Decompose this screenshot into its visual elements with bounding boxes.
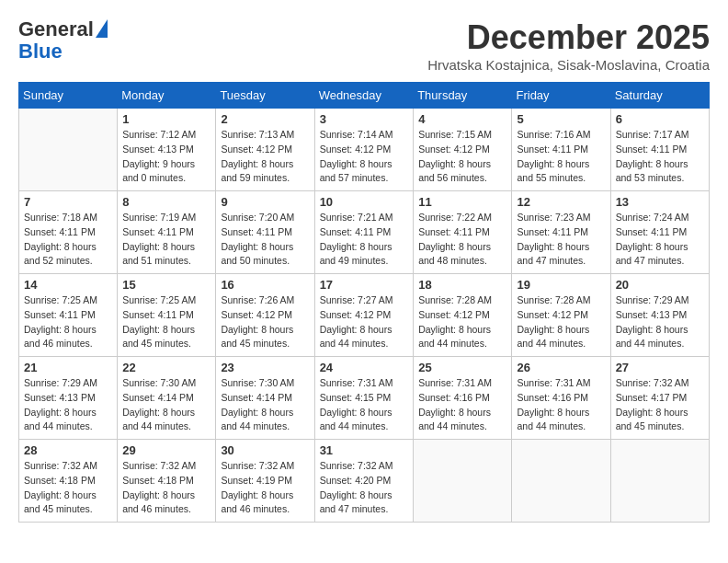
calendar-cell: 4Sunrise: 7:15 AMSunset: 4:12 PMDaylight… — [414, 109, 512, 191]
day-number: 5 — [517, 112, 605, 126]
day-info: Sunrise: 7:16 AMSunset: 4:11 PMDaylight:… — [517, 128, 605, 186]
day-info: Sunrise: 7:23 AMSunset: 4:11 PMDaylight:… — [517, 211, 605, 269]
day-info: Sunrise: 7:29 AMSunset: 4:13 PMDaylight:… — [24, 376, 112, 434]
day-info: Sunrise: 7:19 AMSunset: 4:11 PMDaylight:… — [122, 211, 210, 269]
day-info: Sunrise: 7:13 AMSunset: 4:12 PMDaylight:… — [221, 128, 309, 186]
day-info: Sunrise: 7:17 AMSunset: 4:11 PMDaylight:… — [616, 128, 704, 186]
calendar-week-3: 14Sunrise: 7:25 AMSunset: 4:11 PMDayligh… — [19, 274, 710, 357]
day-number: 2 — [221, 112, 309, 126]
calendar-cell: 19Sunrise: 7:28 AMSunset: 4:12 PMDayligh… — [512, 274, 610, 357]
column-header-tuesday: Tuesday — [216, 83, 314, 109]
day-info: Sunrise: 7:32 AMSunset: 4:18 PMDaylight:… — [122, 459, 210, 517]
day-number: 9 — [221, 195, 309, 209]
calendar-cell: 7Sunrise: 7:18 AMSunset: 4:11 PMDaylight… — [19, 191, 118, 274]
day-number: 20 — [616, 278, 704, 292]
day-info: Sunrise: 7:25 AMSunset: 4:11 PMDaylight:… — [122, 293, 210, 351]
day-info: Sunrise: 7:25 AMSunset: 4:11 PMDaylight:… — [24, 293, 112, 351]
title-area: December 2025 Hrvatska Kostajnica, Sisak… — [427, 18, 710, 73]
calendar-cell: 2Sunrise: 7:13 AMSunset: 4:12 PMDaylight… — [216, 109, 314, 191]
calendar-cell: 25Sunrise: 7:31 AMSunset: 4:16 PMDayligh… — [414, 357, 512, 440]
day-number: 27 — [616, 361, 704, 374]
day-number: 17 — [320, 278, 409, 292]
day-info: Sunrise: 7:15 AMSunset: 4:12 PMDaylight:… — [418, 128, 506, 186]
day-number: 13 — [616, 195, 704, 209]
column-header-thursday: Thursday — [414, 83, 512, 109]
calendar-cell: 28Sunrise: 7:32 AMSunset: 4:18 PMDayligh… — [19, 440, 118, 523]
day-info: Sunrise: 7:31 AMSunset: 4:16 PMDaylight:… — [517, 376, 605, 434]
month-title: December 2025 — [427, 18, 710, 57]
day-info: Sunrise: 7:12 AMSunset: 4:13 PMDaylight:… — [122, 128, 210, 186]
day-info: Sunrise: 7:31 AMSunset: 4:16 PMDaylight:… — [418, 376, 506, 434]
day-number: 10 — [320, 195, 409, 209]
calendar-week-4: 21Sunrise: 7:29 AMSunset: 4:13 PMDayligh… — [19, 357, 710, 440]
header: General Blue December 2025 Hrvatska Kost… — [18, 18, 710, 73]
calendar-cell: 21Sunrise: 7:29 AMSunset: 4:13 PMDayligh… — [19, 357, 118, 440]
calendar-cell: 14Sunrise: 7:25 AMSunset: 4:11 PMDayligh… — [19, 274, 118, 357]
calendar-cell: 1Sunrise: 7:12 AMSunset: 4:13 PMDaylight… — [118, 109, 216, 191]
calendar-cell: 17Sunrise: 7:27 AMSunset: 4:12 PMDayligh… — [314, 274, 414, 357]
day-info: Sunrise: 7:32 AMSunset: 4:17 PMDaylight:… — [616, 376, 704, 434]
day-number: 4 — [418, 112, 506, 126]
calendar-cell: 27Sunrise: 7:32 AMSunset: 4:17 PMDayligh… — [610, 357, 709, 440]
day-number: 14 — [24, 278, 112, 292]
calendar-cell: 22Sunrise: 7:30 AMSunset: 4:14 PMDayligh… — [118, 357, 216, 440]
day-number: 16 — [221, 278, 309, 292]
calendar-cell: 18Sunrise: 7:28 AMSunset: 4:12 PMDayligh… — [414, 274, 512, 357]
calendar-cell: 23Sunrise: 7:30 AMSunset: 4:14 PMDayligh… — [216, 357, 314, 440]
day-info: Sunrise: 7:32 AMSunset: 4:19 PMDaylight:… — [221, 459, 309, 517]
calendar-cell: 12Sunrise: 7:23 AMSunset: 4:11 PMDayligh… — [512, 191, 610, 274]
calendar-cell: 5Sunrise: 7:16 AMSunset: 4:11 PMDaylight… — [512, 109, 610, 191]
calendar-week-1: 1Sunrise: 7:12 AMSunset: 4:13 PMDaylight… — [19, 109, 710, 191]
day-info: Sunrise: 7:32 AMSunset: 4:18 PMDaylight:… — [24, 459, 112, 517]
calendar-cell: 3Sunrise: 7:14 AMSunset: 4:12 PMDaylight… — [314, 109, 414, 191]
day-info: Sunrise: 7:18 AMSunset: 4:11 PMDaylight:… — [24, 211, 112, 269]
calendar-cell: 30Sunrise: 7:32 AMSunset: 4:19 PMDayligh… — [216, 440, 314, 523]
day-number: 21 — [24, 361, 112, 374]
calendar-cell: 29Sunrise: 7:32 AMSunset: 4:18 PMDayligh… — [118, 440, 216, 523]
column-header-friday: Friday — [512, 83, 610, 109]
location-subtitle: Hrvatska Kostajnica, Sisak-Moslavina, Cr… — [427, 57, 710, 73]
day-number: 11 — [418, 195, 506, 209]
column-header-monday: Monday — [118, 83, 216, 109]
logo-blue: Blue — [18, 40, 63, 63]
day-info: Sunrise: 7:27 AMSunset: 4:12 PMDaylight:… — [320, 293, 409, 351]
calendar-cell: 24Sunrise: 7:31 AMSunset: 4:15 PMDayligh… — [314, 357, 414, 440]
calendar-cell: 11Sunrise: 7:22 AMSunset: 4:11 PMDayligh… — [414, 191, 512, 274]
day-number: 22 — [122, 361, 210, 374]
calendar-cell: 31Sunrise: 7:32 AMSunset: 4:20 PMDayligh… — [314, 440, 414, 523]
calendar-cell — [19, 109, 118, 191]
calendar-week-5: 28Sunrise: 7:32 AMSunset: 4:18 PMDayligh… — [19, 440, 710, 523]
column-header-sunday: Sunday — [19, 83, 118, 109]
calendar-cell: 13Sunrise: 7:24 AMSunset: 4:11 PMDayligh… — [610, 191, 709, 274]
calendar-header-row: SundayMondayTuesdayWednesdayThursdayFrid… — [19, 83, 710, 109]
day-number: 18 — [418, 278, 506, 292]
day-number: 15 — [122, 278, 210, 292]
calendar-cell — [610, 440, 709, 523]
day-number: 28 — [24, 443, 112, 457]
day-number: 19 — [517, 278, 605, 292]
day-number: 26 — [517, 361, 605, 374]
day-number: 1 — [122, 112, 210, 126]
day-number: 23 — [221, 361, 309, 374]
day-number: 12 — [517, 195, 605, 209]
calendar-cell: 16Sunrise: 7:26 AMSunset: 4:12 PMDayligh… — [216, 274, 314, 357]
day-info: Sunrise: 7:14 AMSunset: 4:12 PMDaylight:… — [320, 128, 409, 186]
day-number: 7 — [24, 195, 112, 209]
day-info: Sunrise: 7:21 AMSunset: 4:11 PMDaylight:… — [320, 211, 409, 269]
day-info: Sunrise: 7:24 AMSunset: 4:11 PMDaylight:… — [616, 211, 704, 269]
calendar-cell: 10Sunrise: 7:21 AMSunset: 4:11 PMDayligh… — [314, 191, 414, 274]
calendar-cell: 6Sunrise: 7:17 AMSunset: 4:11 PMDaylight… — [610, 109, 709, 191]
calendar-cell: 8Sunrise: 7:19 AMSunset: 4:11 PMDaylight… — [118, 191, 216, 274]
day-number: 3 — [320, 112, 409, 126]
calendar-cell — [512, 440, 610, 523]
day-info: Sunrise: 7:28 AMSunset: 4:12 PMDaylight:… — [418, 293, 506, 351]
calendar-cell: 20Sunrise: 7:29 AMSunset: 4:13 PMDayligh… — [610, 274, 709, 357]
calendar-cell: 15Sunrise: 7:25 AMSunset: 4:11 PMDayligh… — [118, 274, 216, 357]
day-info: Sunrise: 7:29 AMSunset: 4:13 PMDaylight:… — [616, 293, 704, 351]
day-number: 29 — [122, 443, 210, 457]
calendar-week-2: 7Sunrise: 7:18 AMSunset: 4:11 PMDaylight… — [19, 191, 710, 274]
logo: General Blue — [18, 18, 108, 63]
calendar-cell: 26Sunrise: 7:31 AMSunset: 4:16 PMDayligh… — [512, 357, 610, 440]
day-info: Sunrise: 7:32 AMSunset: 4:20 PMDaylight:… — [320, 459, 409, 517]
day-info: Sunrise: 7:30 AMSunset: 4:14 PMDaylight:… — [122, 376, 210, 434]
